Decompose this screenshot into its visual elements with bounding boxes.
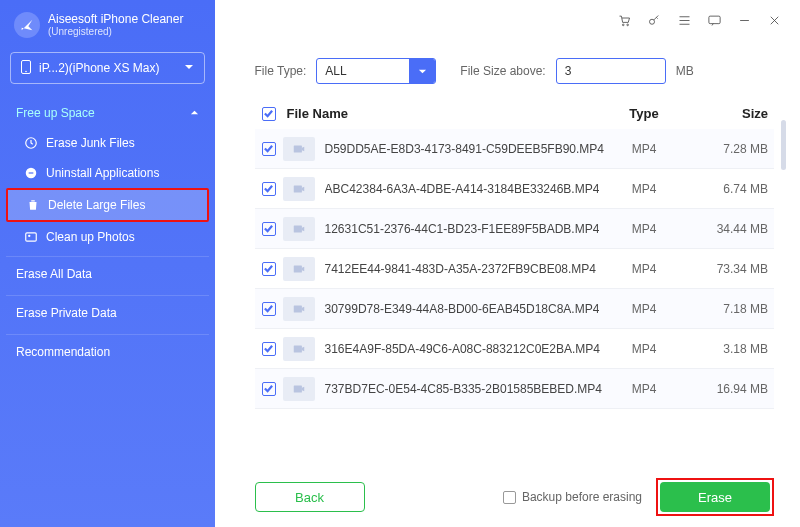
backup-option[interactable]: Backup before erasing — [503, 490, 642, 504]
file-size: 7.28 MB — [684, 142, 774, 156]
column-name: File Name — [283, 106, 604, 121]
section-recommendation[interactable]: Recommendation — [6, 334, 209, 369]
row-checkbox[interactable] — [262, 302, 276, 316]
section-erase-private[interactable]: Erase Private Data — [6, 295, 209, 330]
file-type-value: ALL — [317, 64, 409, 78]
key-icon[interactable] — [646, 12, 662, 28]
section-erase-all[interactable]: Erase All Data — [6, 256, 209, 291]
file-type: MP4 — [604, 182, 684, 196]
video-thumb-icon — [283, 297, 315, 321]
sidebar-item-label: Clean up Photos — [46, 230, 135, 244]
row-checkbox[interactable] — [262, 222, 276, 236]
column-size: Size — [684, 106, 774, 121]
file-size-input[interactable]: 3 — [556, 58, 666, 84]
scrollbar[interactable] — [781, 120, 786, 420]
register-status: (Unregistered) — [48, 26, 183, 37]
device-selector[interactable]: iP...2)(iPhone XS Max) — [10, 52, 205, 84]
sidebar: Aiseesoft iPhone Cleaner (Unregistered) … — [0, 0, 215, 527]
section-label: Free up Space — [16, 106, 95, 120]
file-type: MP4 — [604, 262, 684, 276]
uninstall-icon — [24, 166, 38, 180]
row-checkbox[interactable] — [262, 142, 276, 156]
feedback-icon[interactable] — [706, 12, 722, 28]
file-size: 7.18 MB — [684, 302, 774, 316]
sidebar-item-clean-photos[interactable]: Clean up Photos — [6, 222, 209, 252]
file-size: 34.44 MB — [684, 222, 774, 236]
file-name-cell: 30799D78-E349-44A8-BD00-6EAB45D18C8A.MP4 — [283, 297, 604, 321]
video-thumb-icon — [283, 337, 315, 361]
svg-rect-15 — [293, 345, 301, 352]
table-row: 7412EE44-9841-483D-A35A-2372FB9CBE08.MP4… — [255, 249, 774, 289]
svg-point-5 — [28, 235, 30, 237]
row-checkbox[interactable] — [262, 342, 276, 356]
phone-icon — [21, 60, 31, 77]
main-panel: File Type: ALL File Size above: 3 MB Fil… — [215, 0, 800, 527]
file-size: 16.94 MB — [684, 382, 774, 396]
svg-point-8 — [649, 19, 654, 24]
app-title: Aiseesoft iPhone — [48, 12, 138, 26]
svg-point-6 — [622, 24, 624, 26]
file-name: 12631C51-2376-44C1-BD23-F1EE89F5BADB.MP4 — [325, 222, 600, 236]
file-size: 6.74 MB — [684, 182, 774, 196]
file-type: MP4 — [604, 382, 684, 396]
svg-rect-9 — [708, 16, 719, 24]
file-type: MP4 — [604, 142, 684, 156]
minimize-icon[interactable] — [736, 12, 752, 28]
photo-icon — [24, 230, 38, 244]
footer-bar: Back Backup before erasing Erase — [215, 467, 800, 527]
file-size: 73.34 MB — [684, 262, 774, 276]
app-subtitle: Cleaner — [141, 12, 183, 26]
file-type-label: File Type: — [255, 64, 307, 78]
section-label: Erase All Data — [16, 267, 92, 281]
section-label: Recommendation — [16, 345, 110, 359]
file-type: MP4 — [604, 302, 684, 316]
table-row: 30799D78-E349-44A8-BD00-6EAB45D18C8A.MP4… — [255, 289, 774, 329]
section-label: Erase Private Data — [16, 306, 117, 320]
close-icon[interactable] — [766, 12, 782, 28]
app-logo — [14, 12, 40, 38]
file-name: 316E4A9F-85DA-49C6-A08C-883212C0E2BA.MP4 — [325, 342, 601, 356]
back-button[interactable]: Back — [255, 482, 365, 512]
sidebar-item-delete-large[interactable]: Delete Large Files — [6, 188, 209, 222]
video-thumb-icon — [283, 177, 315, 201]
scrollbar-thumb[interactable] — [781, 120, 786, 170]
file-size-unit: MB — [676, 64, 694, 78]
file-name-cell: 7412EE44-9841-483D-A35A-2372FB9CBE08.MP4 — [283, 257, 604, 281]
svg-point-1 — [25, 70, 27, 72]
chevron-down-icon — [184, 61, 194, 75]
table-row: ABC42384-6A3A-4DBE-A414-3184BE33246B.MP4… — [255, 169, 774, 209]
menu-icon[interactable] — [676, 12, 692, 28]
chevron-up-icon — [190, 106, 199, 120]
sidebar-item-erase-junk[interactable]: Erase Junk Files — [6, 128, 209, 158]
clock-icon — [24, 136, 38, 150]
sidebar-item-uninstall[interactable]: Uninstall Applications — [6, 158, 209, 188]
file-size: 3.18 MB — [684, 342, 774, 356]
file-type: MP4 — [604, 342, 684, 356]
table-row: 12631C51-2376-44C1-BD23-F1EE89F5BADB.MP4… — [255, 209, 774, 249]
section-free-up-space[interactable]: Free up Space — [6, 98, 209, 128]
select-all-checkbox[interactable] — [262, 107, 276, 121]
table-header: File Name Type Size — [215, 96, 800, 129]
file-type: MP4 — [604, 222, 684, 236]
svg-rect-10 — [293, 145, 301, 152]
video-thumb-icon — [283, 137, 315, 161]
row-checkbox[interactable] — [262, 182, 276, 196]
device-label: iP...2)(iPhone XS Max) — [39, 61, 160, 75]
sidebar-item-label: Delete Large Files — [48, 198, 145, 212]
file-name-cell: ABC42384-6A3A-4DBE-A414-3184BE33246B.MP4 — [283, 177, 604, 201]
row-checkbox[interactable] — [262, 382, 276, 396]
video-thumb-icon — [283, 217, 315, 241]
file-type-select[interactable]: ALL — [316, 58, 436, 84]
svg-rect-12 — [293, 225, 301, 232]
table-row: 316E4A9F-85DA-49C6-A08C-883212C0E2BA.MP4… — [255, 329, 774, 369]
row-checkbox[interactable] — [262, 262, 276, 276]
cart-icon[interactable] — [616, 12, 632, 28]
file-name: 737BD7EC-0E54-4C85-B335-2B01585BEBED.MP4 — [325, 382, 603, 396]
backup-checkbox[interactable] — [503, 491, 516, 504]
file-name-cell: 12631C51-2376-44C1-BD23-F1EE89F5BADB.MP4 — [283, 217, 604, 241]
column-type: Type — [604, 106, 684, 121]
table-row: D59DD5AE-E8D3-4173-8491-C59DEEB5FB90.MP4… — [255, 129, 774, 169]
table-row: 737BD7EC-0E54-4C85-B335-2B01585BEBED.MP4… — [255, 369, 774, 409]
erase-button[interactable]: Erase — [660, 482, 770, 512]
svg-rect-11 — [293, 185, 301, 192]
